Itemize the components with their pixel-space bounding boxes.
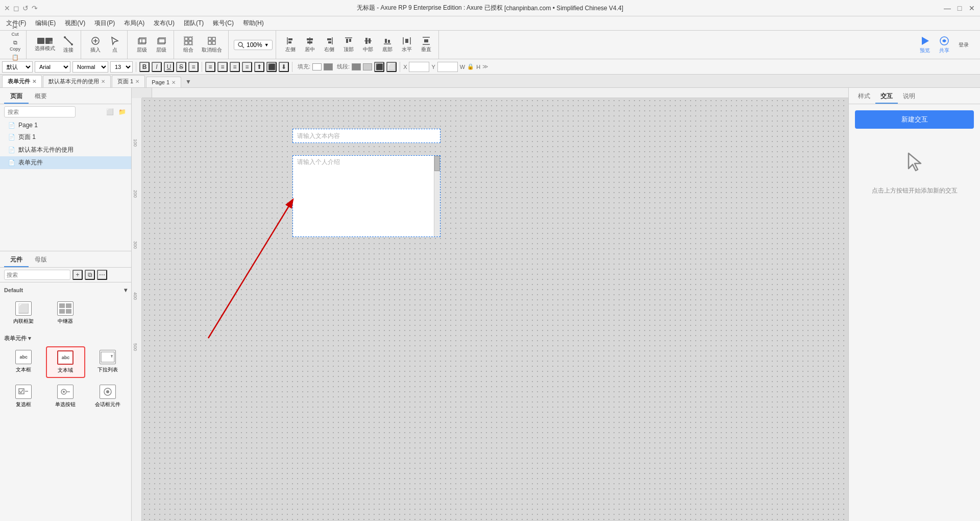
tab-page-1-close[interactable]: ✕ — [172, 80, 176, 85]
menu-project[interactable]: 项目(P) — [90, 18, 119, 29]
distribute-v-button[interactable]: 垂直 — [417, 36, 435, 54]
menu-help[interactable]: 帮助(H) — [239, 18, 268, 29]
text-align-left-button[interactable]: ≡ — [205, 62, 215, 72]
component-copy-button[interactable]: ⧉ — [85, 270, 95, 280]
stroke-inner-button[interactable]: ⬛ — [374, 62, 384, 72]
login-button[interactable]: 登录 — [954, 40, 973, 50]
textarea-scrollbar[interactable] — [434, 156, 440, 236]
component-more-button[interactable]: ⋯ — [97, 270, 107, 280]
menu-publish[interactable]: 发布(U) — [150, 18, 179, 29]
menu-view[interactable]: 视图(V) — [61, 18, 89, 29]
maximize-button[interactable]: □ — [955, 4, 964, 12]
align-middle-button[interactable]: 中部 — [359, 36, 377, 54]
menu-edit[interactable]: 编辑(E) — [31, 18, 60, 29]
tab-default-usage-close[interactable]: ✕ — [101, 79, 105, 84]
text-valign-top-button[interactable]: ⬆ — [254, 62, 264, 72]
components-tab[interactable]: 元件 — [4, 253, 29, 267]
component-inline-frame[interactable]: ⬜ 内联框架 — [4, 298, 43, 328]
font-default-select[interactable]: 默认 — [2, 61, 33, 73]
component-add-button[interactable]: + — [72, 270, 83, 280]
font-style-select[interactable]: Normal — [72, 61, 108, 73]
x-input[interactable] — [409, 62, 429, 72]
align-left-button[interactable]: 左侧 — [281, 36, 300, 54]
close-button[interactable]: ✕ — [968, 4, 976, 12]
component-combobox[interactable]: 会话框元件 — [88, 381, 127, 412]
masters-tab[interactable]: 母版 — [29, 253, 53, 267]
stroke-outer-button[interactable]: ⬜ — [386, 62, 397, 72]
layer-up-button[interactable]: 层级 — [133, 35, 151, 55]
pages-search-input[interactable] — [4, 106, 76, 117]
note-tab[interactable]: 说明 — [898, 90, 920, 104]
point-button[interactable]: 点 — [106, 35, 124, 55]
new-interaction-button[interactable]: 新建交互 — [855, 110, 974, 129]
component-text-box[interactable]: abc 文本框 — [4, 346, 43, 378]
layer-down-button[interactable]: 层级 — [152, 35, 170, 55]
style-tab[interactable]: 样式 — [853, 90, 875, 104]
pages-add-page-icon[interactable]: 📁 — [117, 107, 127, 117]
copy-button[interactable]: ⧉ Copy — [7, 38, 23, 53]
group-button[interactable]: 组合 — [179, 35, 198, 55]
tab-table-element[interactable]: 表单元件 ✕ — [2, 75, 42, 87]
interaction-tab[interactable]: 交互 — [875, 90, 898, 104]
strikethrough-button[interactable]: S — [176, 62, 186, 72]
outline-tab[interactable]: 概要 — [29, 90, 53, 104]
tab-page1-close[interactable]: ✕ — [135, 79, 139, 84]
stroke-color[interactable] — [352, 63, 361, 70]
list-button[interactable]: ≡ — [188, 62, 199, 72]
italic-button[interactable]: I — [152, 62, 162, 72]
canvas[interactable]: 请输入文本内容 请输入个人介绍 — [142, 98, 848, 521]
align-bottom-button[interactable]: 底部 — [378, 36, 397, 54]
tree-default-usage[interactable]: 📄 默认基本元件的使用 — [0, 144, 131, 156]
component-checkbox[interactable]: 复选框 — [4, 381, 43, 412]
textarea-widget[interactable]: 请输入个人介绍 — [292, 155, 440, 237]
pages-add-folder-icon[interactable]: ⬜ — [105, 107, 115, 117]
component-dropdown[interactable]: 下拉列表 — [88, 346, 127, 378]
stroke-style[interactable] — [363, 63, 372, 70]
tabs-more-button[interactable]: ▼ — [182, 76, 194, 87]
fill-color-white[interactable] — [312, 63, 322, 70]
text-valign-mid-button[interactable]: ⬛ — [266, 62, 277, 72]
font-family-select[interactable]: Arial — [35, 61, 70, 73]
select-mode-button[interactable]: 选择模式 — [32, 37, 58, 53]
tab-default-usage[interactable]: 默认基本元件的使用 ✕ — [43, 75, 111, 87]
align-right-button[interactable]: 右侧 — [320, 36, 338, 54]
insert-button[interactable]: 插入 — [86, 35, 105, 55]
align-center-button[interactable]: 居中 — [301, 36, 319, 54]
tree-table-element[interactable]: 📄 表单元件 — [0, 156, 131, 169]
underline-button[interactable]: U — [164, 62, 174, 72]
form-section-header[interactable]: 表单元件 ▾ — [4, 335, 127, 342]
scrollbar-thumb[interactable] — [434, 156, 440, 171]
tab-page-1[interactable]: Page 1 ✕ — [146, 77, 181, 87]
tab-page1[interactable]: 页面 1 ✕ — [112, 75, 145, 87]
y-input[interactable] — [437, 62, 458, 72]
preview-button[interactable]: 预览 — [916, 35, 934, 55]
font-size-select[interactable]: 13 — [110, 61, 133, 73]
component-relay[interactable]: 中继器 — [46, 298, 85, 328]
text-align-justify-button[interactable]: ≡ — [242, 62, 252, 72]
text-input-widget[interactable]: 请输入文本内容 — [292, 129, 440, 143]
tree-page1[interactable]: 📄 Page 1 — [0, 120, 131, 131]
menu-account[interactable]: 账号(C) — [209, 18, 238, 29]
align-top-button[interactable]: 顶部 — [339, 36, 358, 54]
component-search-input[interactable] — [4, 270, 70, 280]
ungroup-button[interactable]: 取消组合 — [199, 35, 225, 55]
fill-color-gray[interactable] — [324, 63, 333, 70]
app-close-icon[interactable]: ✕ ◻ ↺ ↷ — [4, 4, 38, 12]
component-text-area[interactable]: abc 文本域 — [46, 346, 85, 378]
connect-button[interactable]: 连接 — [59, 35, 78, 55]
share-button[interactable]: 共享 — [935, 35, 953, 55]
menu-layout[interactable]: 布局(A) — [120, 18, 149, 29]
pages-tab[interactable]: 页面 — [4, 90, 29, 104]
menu-team[interactable]: 团队(T) — [180, 18, 208, 29]
tree-page-yi[interactable]: 📄 页面 1 — [0, 131, 131, 144]
bold-button[interactable]: B — [139, 62, 150, 72]
component-radio[interactable]: 单选按钮 — [46, 381, 85, 412]
text-valign-bot-button[interactable]: ⬇ — [279, 62, 289, 72]
text-align-right-button[interactable]: ≡ — [230, 62, 240, 72]
distribute-h-button[interactable]: 水平 — [398, 36, 416, 54]
text-align-center-button[interactable]: ≡ — [217, 62, 228, 72]
minimize-button[interactable]: — — [943, 4, 951, 12]
tab-table-element-close[interactable]: ✕ — [32, 79, 36, 84]
cut-button[interactable]: ✂ Cut — [7, 22, 23, 38]
zoom-control[interactable]: 100% ▼ — [234, 40, 273, 50]
